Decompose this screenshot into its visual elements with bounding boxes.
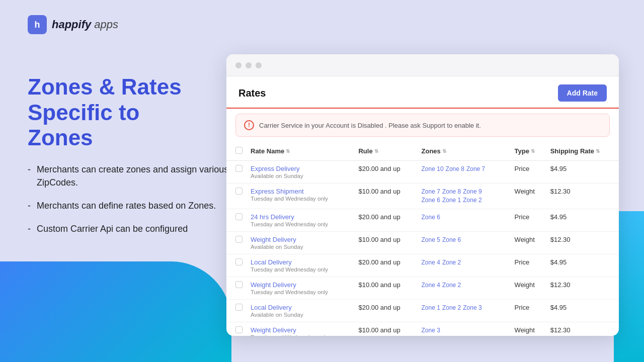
- rate-name-main[interactable]: Weight Delivery: [251, 236, 350, 243]
- cell-rate-name: Weight DeliveryAvailable on Sunday: [247, 232, 354, 254]
- cell-rule: $10.00 and up: [354, 232, 417, 254]
- table-row: Local DeliveryAvailable on Sunday$20.00 …: [226, 300, 619, 322]
- row-checkbox[interactable]: [235, 188, 243, 195]
- cell-zones: Zone 4Zone 2: [418, 277, 511, 300]
- zone-badge[interactable]: Zone 3: [422, 327, 440, 334]
- cell-shipping-rate: $4.95: [546, 254, 619, 277]
- zone-badge[interactable]: Zone 2: [442, 259, 461, 266]
- alert-icon: !: [244, 120, 254, 130]
- add-rate-button[interactable]: Add Rate: [558, 84, 607, 102]
- sort-icon-rate: ⇅: [596, 148, 600, 154]
- cell-shipping-rate: $12.30: [546, 277, 619, 300]
- header: h happify apps: [28, 15, 118, 34]
- bullet-2: Merchants can define rates based on Zone…: [28, 199, 229, 212]
- cell-shipping-rate: $4.95: [546, 209, 619, 232]
- zone-badge[interactable]: Zone 2: [463, 197, 481, 204]
- rate-name-main[interactable]: 24 hrs Delivery: [251, 213, 350, 221]
- rate-name-main[interactable]: Weight Delivery: [251, 281, 350, 289]
- zone-badge[interactable]: Zone 10: [422, 165, 444, 172]
- zone-badge[interactable]: Zone 1: [442, 197, 461, 204]
- header-checkbox[interactable]: [235, 147, 243, 154]
- left-content: Zones & Rates Specific to Zones Merchant…: [28, 74, 229, 245]
- th-shipping-rate[interactable]: Shipping Rate ⇅: [546, 142, 619, 161]
- alert-banner: ! Carrier Service in your Account is Dis…: [235, 114, 610, 137]
- cell-type: Price: [511, 254, 546, 277]
- dot-green: [256, 62, 262, 68]
- cell-rule: $10.00 and up: [354, 277, 417, 300]
- row-checkbox[interactable]: [235, 258, 243, 265]
- sort-icon-name: ⇅: [286, 148, 290, 154]
- zone-badge[interactable]: Zone 5: [422, 236, 440, 243]
- row-checkbox[interactable]: [235, 213, 243, 220]
- zone-badge[interactable]: Zone 4: [422, 259, 440, 266]
- th-type[interactable]: Type ⇅: [511, 142, 546, 161]
- cell-zones: Zone 1Zone 2Zone 3: [418, 300, 511, 322]
- app-title: Rates: [238, 87, 266, 99]
- row-checkbox-cell: [226, 254, 247, 277]
- th-rate-name[interactable]: Rate Name ⇅: [247, 142, 354, 161]
- zone-badge[interactable]: Zone 1: [422, 304, 440, 311]
- dot-yellow: [246, 62, 252, 68]
- row-checkbox[interactable]: [235, 326, 243, 333]
- cell-rate-name: Weight DeliveryTuesday and Wednesday onl…: [247, 277, 354, 300]
- brand-name: happify apps: [52, 18, 118, 31]
- th-zones[interactable]: Zones ⇅: [418, 142, 511, 161]
- alert-text: Carrier Service in your Account is Disab…: [259, 122, 481, 129]
- row-checkbox-cell: [226, 322, 247, 336]
- row-checkbox-cell: [226, 184, 247, 209]
- row-checkbox[interactable]: [235, 281, 243, 288]
- rate-name-sub: Tuesday and Wednesday only: [251, 334, 350, 336]
- table-row: Local DeliveryTuesday and Wednesday only…: [226, 254, 619, 277]
- cell-shipping-rate: $12.30: [546, 232, 619, 254]
- th-checkbox: [226, 142, 247, 161]
- zone-badge[interactable]: Zone 2: [442, 282, 461, 289]
- rate-name-main[interactable]: Express Shipment: [251, 188, 350, 195]
- cell-zones: Zone 7Zone 8Zone 9Zone 6Zone 1Zone 2: [418, 184, 511, 209]
- zone-badge[interactable]: Zone 6: [422, 197, 440, 204]
- cell-rule: $20.00 and up: [354, 254, 417, 277]
- zone-badge[interactable]: Zone 2: [442, 304, 461, 311]
- zone-badge[interactable]: Zone 8: [442, 188, 461, 195]
- table-row: Weight DeliveryTuesday and Wednesday onl…: [226, 277, 619, 300]
- cell-shipping-rate: $12.30: [546, 322, 619, 336]
- browser-bar: [226, 54, 619, 76]
- rate-name-main[interactable]: Local Delivery: [251, 258, 350, 266]
- zone-badge[interactable]: Zone 6: [442, 236, 461, 243]
- rates-table: Rate Name ⇅ Rule ⇅ Zones: [226, 142, 619, 336]
- table-row: Weight DeliveryAvailable on Sunday$10.00…: [226, 232, 619, 254]
- rate-name-main[interactable]: Express Delivery: [251, 165, 350, 172]
- rate-name-sub: Tuesday and Wednesday only: [251, 266, 350, 273]
- rate-name-sub: Available on Sunday: [251, 312, 350, 318]
- row-checkbox-cell: [226, 277, 247, 300]
- table-row: 24 hrs DeliveryTuesday and Wednesday onl…: [226, 209, 619, 232]
- row-checkbox-cell: [226, 209, 247, 232]
- rate-name-main[interactable]: Local Delivery: [251, 304, 350, 311]
- zone-badge[interactable]: Zone 6: [422, 214, 440, 221]
- rate-name-main[interactable]: Weight Delivery: [251, 326, 350, 334]
- table-header-row: Rate Name ⇅ Rule ⇅ Zones: [226, 142, 619, 161]
- zone-badge[interactable]: Zone 4: [422, 282, 440, 289]
- bullet-3: Custom Carrier Api can be configured: [28, 222, 229, 235]
- zone-badge[interactable]: Zone 8: [446, 165, 464, 172]
- table-row: Weight DeliveryTuesday and Wednesday onl…: [226, 322, 619, 336]
- cell-rate-name: Weight DeliveryTuesday and Wednesday onl…: [247, 322, 354, 336]
- cell-rule: $20.00 and up: [354, 161, 417, 184]
- zone-badge[interactable]: Zone 7: [422, 188, 440, 195]
- table-row: Express DeliveryAvailable on Sunday$20.0…: [226, 161, 619, 184]
- zone-badge[interactable]: Zone 9: [463, 188, 481, 195]
- row-checkbox[interactable]: [235, 236, 243, 243]
- cell-type: Price: [511, 300, 546, 322]
- cell-type: Weight: [511, 277, 546, 300]
- row-checkbox[interactable]: [235, 165, 243, 172]
- zone-badge[interactable]: Zone 7: [466, 165, 485, 172]
- cell-rate-name: 24 hrs DeliveryTuesday and Wednesday onl…: [247, 209, 354, 232]
- bullet-1: Merchants can create zones and assign va…: [28, 163, 229, 189]
- browser-window: Rates Add Rate ! Carrier Service in your…: [226, 54, 619, 336]
- zone-badge[interactable]: Zone 3: [463, 304, 481, 311]
- cell-type: Price: [511, 161, 546, 184]
- cell-rate-name: Local DeliveryTuesday and Wednesday only: [247, 254, 354, 277]
- rate-name-sub: Tuesday and Wednesday only: [251, 289, 350, 295]
- cell-rule: $20.00 and up: [354, 209, 417, 232]
- row-checkbox[interactable]: [235, 304, 243, 311]
- th-rule[interactable]: Rule ⇅: [354, 142, 417, 161]
